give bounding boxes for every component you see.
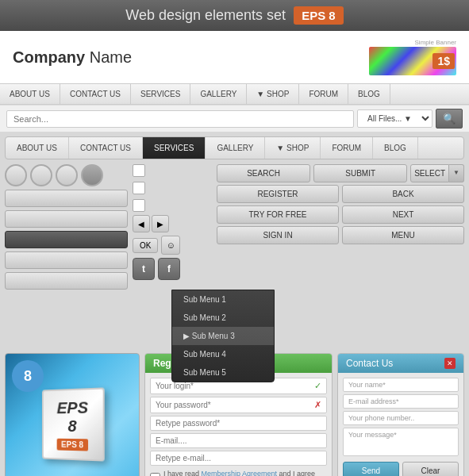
facebook-button[interactable]: f <box>158 258 180 280</box>
banner-colorful: 1$ <box>369 47 456 75</box>
cb-row-3 <box>133 199 212 212</box>
radio-btn-4[interactable] <box>81 164 103 186</box>
checkbox-3[interactable] <box>133 199 145 212</box>
ok-button[interactable]: OK <box>133 238 158 253</box>
try-for-free-button[interactable]: TRY FOR FREE <box>217 205 339 224</box>
nav2-item-contact[interactable]: CONTACT US <box>69 137 143 159</box>
product-box: 8 EPS8 EPS 8 <box>5 353 140 476</box>
nav2-item-services[interactable]: SERVICES <box>143 137 206 159</box>
checkbox-1[interactable] <box>133 164 145 177</box>
email-field[interactable] <box>156 436 321 445</box>
email-field-wrapper <box>150 433 327 448</box>
contact-message-field[interactable]: Your message* <box>343 428 459 456</box>
checkbox-2[interactable] <box>133 182 145 194</box>
contact-name-field[interactable]: Your name* <box>343 378 459 392</box>
main-area: ABOUT US CONTACT US SERVICES GALLERY ▼ S… <box>0 132 469 476</box>
nav2-item-shop[interactable]: ▼ SHOP <box>265 137 321 159</box>
search-input[interactable] <box>6 110 354 128</box>
rect-btn-3[interactable] <box>5 251 128 269</box>
search-bar: All Files... ▼ 🔍 <box>0 105 469 132</box>
clear-button[interactable]: Clear <box>402 462 459 476</box>
cb-row-1 <box>133 164 212 177</box>
nav1-item-gallery[interactable]: GALLERY <box>190 84 247 104</box>
menu-button[interactable]: MENU <box>342 226 464 244</box>
dropdown-item-2[interactable]: Sub Menu 2 <box>172 309 274 327</box>
registration-body: ✓ ✗ I have read Membership Agreemen <box>145 373 332 476</box>
nav2-container: ABOUT US CONTACT US SERVICES GALLERY ▼ S… <box>5 136 464 290</box>
retype-email-wrapper <box>150 451 327 466</box>
nav1-item-services[interactable]: SERVICES <box>131 84 190 104</box>
dropdown-item-5[interactable]: Sub Menu 5 <box>172 363 274 382</box>
rect-btn-1[interactable] <box>5 190 128 207</box>
contact-form: Contact Us ✕ Your name* E-mail address* … <box>337 353 464 476</box>
contact-body: Your name* E-mail address* Your phone nu… <box>338 373 463 476</box>
nav2-item-gallery[interactable]: GALLERY <box>206 137 265 159</box>
cb-row-2 <box>133 182 212 194</box>
register-button[interactable]: REGISTER <box>217 185 339 203</box>
eps-badge: EPS 8 <box>294 6 344 25</box>
radio-btn-2[interactable] <box>30 164 52 186</box>
prev-arrow[interactable]: ◀ <box>133 215 150 232</box>
social-row: t f <box>133 258 212 280</box>
company-bar: Company Name Simple Banner 1$ <box>0 31 469 83</box>
nav-arrows-row: ◀ ▶ <box>133 215 212 232</box>
nav1-item-about[interactable]: ABOUT US <box>0 84 60 104</box>
terms-text: I have read Membership Agreement and I a… <box>163 470 327 476</box>
contact-phone-field[interactable]: Your phone number.. <box>343 411 459 425</box>
login-field[interactable] <box>156 382 314 390</box>
search-button-widget[interactable]: SEARCH <box>217 164 310 182</box>
next-button[interactable]: NEXT <box>342 205 464 224</box>
terms-row: I have read Membership Agreement and I a… <box>150 468 327 476</box>
emoji-button[interactable]: ☺ <box>161 236 180 255</box>
dropdown-item-4[interactable]: Sub Menu 4 <box>172 345 274 363</box>
radio-btn-1[interactable] <box>5 164 27 186</box>
nav1: ABOUT US CONTACT US SERVICES GALLERY ▼ S… <box>0 83 469 105</box>
search-dropdown[interactable]: All Files... ▼ <box>357 109 432 128</box>
radio-btn-3[interactable] <box>56 164 78 186</box>
product-package: EPS8 EPS 8 <box>42 387 105 461</box>
select-button-group[interactable]: SELECT ▼ <box>410 164 464 182</box>
twitter-button[interactable]: t <box>133 258 155 280</box>
nav1-items: ABOUT US CONTACT US SERVICES GALLERY ▼ S… <box>0 84 469 104</box>
retype-password-wrapper <box>150 416 327 431</box>
nav1-item-forum[interactable]: FORUM <box>299 84 348 104</box>
product-inner: EPS8 EPS 8 <box>40 389 104 460</box>
btn-row-3: TRY FOR FREE NEXT <box>217 205 464 224</box>
select-button[interactable]: SELECT <box>410 164 449 182</box>
company-name: Company Name <box>13 48 132 67</box>
password-error-icon: ✗ <box>314 400 321 410</box>
select-arrow[interactable]: ▼ <box>449 164 464 182</box>
nav2-item-about[interactable]: ABOUT US <box>6 137 69 159</box>
header-title: Web design elements set <box>125 7 286 24</box>
search-button[interactable]: 🔍 <box>436 109 463 129</box>
contact-email-field[interactable]: E-mail address* <box>343 394 459 409</box>
retype-password-field[interactable] <box>156 419 321 428</box>
submit-button[interactable]: SUBMIT <box>313 164 407 182</box>
membership-link[interactable]: Membership Agreement <box>202 470 278 476</box>
retype-email-field[interactable] <box>156 454 321 463</box>
nav1-item-shop[interactable]: ▼ SHOP <box>247 84 299 104</box>
simple-banner-label: Simple Banner <box>369 39 456 46</box>
nav1-item-blog[interactable]: BLOG <box>348 84 390 104</box>
sign-in-button[interactable]: SIGN IN <box>217 226 339 244</box>
next-arrow[interactable]: ▶ <box>152 215 169 232</box>
checkbox-area <box>133 164 212 212</box>
nav2-item-forum[interactable]: FORUM <box>321 137 373 159</box>
product-label: EPS8 <box>57 398 88 436</box>
nav2-item-blog[interactable]: BLOG <box>373 137 418 159</box>
banner-wrapper: Simple Banner 1$ <box>369 39 456 75</box>
rect-btn-2[interactable] <box>5 210 128 228</box>
send-button[interactable]: Send <box>343 462 399 476</box>
terms-checkbox[interactable] <box>150 473 160 477</box>
nav1-item-contact[interactable]: CONTACT US <box>60 84 131 104</box>
right-buttons: SEARCH SUBMIT SELECT ▼ REGISTER BACK TRY… <box>217 164 464 290</box>
dropdown-item-3[interactable]: ▶ Sub Menu 3 <box>172 327 274 345</box>
login-check-icon: ✓ <box>314 381 321 391</box>
dropdown-item-1[interactable]: Sub Menu 1 <box>172 290 274 309</box>
rect-btn-4[interactable] <box>5 272 128 290</box>
password-field[interactable] <box>156 401 314 409</box>
rect-btn-dark[interactable] <box>5 231 128 248</box>
contact-close-button[interactable]: ✕ <box>444 358 456 369</box>
ok-emoji-row: OK ☺ <box>133 236 212 255</box>
back-button[interactable]: BACK <box>342 185 464 203</box>
